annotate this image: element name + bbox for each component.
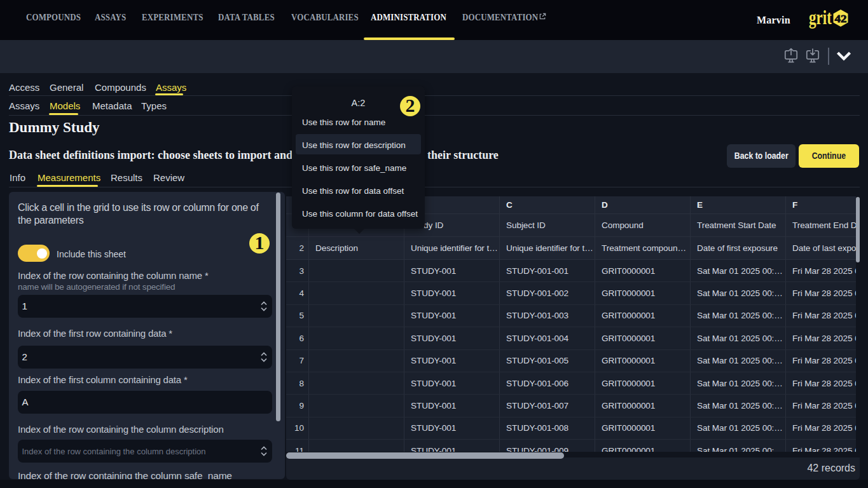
svg-text:42: 42 xyxy=(835,13,847,25)
